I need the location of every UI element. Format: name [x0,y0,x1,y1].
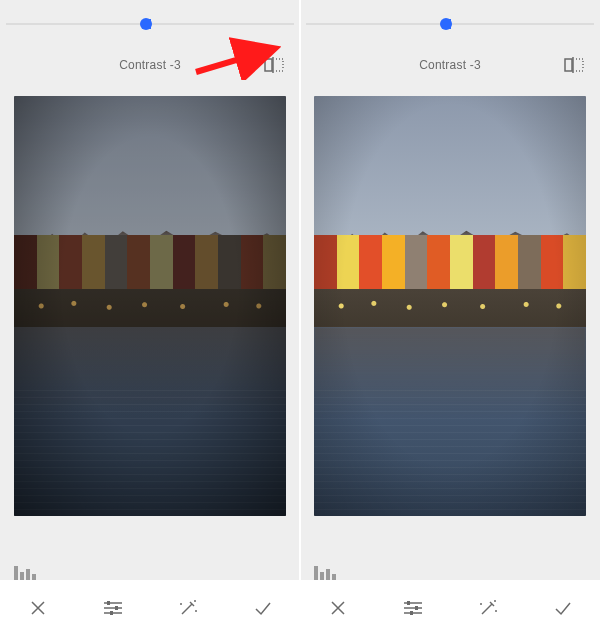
check-icon [252,598,274,618]
adjust-slider[interactable] [0,0,300,34]
close-icon [28,598,48,618]
photo-after [314,96,586,516]
cancel-button[interactable] [300,580,375,636]
tune-icon [102,598,124,618]
autofix-button[interactable] [150,580,225,636]
histogram-icon [14,566,18,580]
image-preview[interactable] [0,78,300,540]
compare-icon [264,56,284,74]
tune-button[interactable] [75,580,150,636]
svg-rect-5 [415,606,418,610]
adjust-label-row: Contrast -3 [300,34,600,78]
panel-divider [299,0,301,636]
adjust-label: Contrast -3 [38,58,262,72]
compare-icon [564,56,584,74]
bottom-toolbar [300,580,600,636]
histogram-icon [314,566,318,580]
slider-thumb[interactable] [440,18,452,30]
histogram-button[interactable] [14,556,38,580]
check-icon [552,598,574,618]
photo-before [14,96,286,516]
accept-button[interactable] [525,580,600,636]
svg-rect-1 [115,606,118,610]
image-preview[interactable] [300,78,600,540]
adjust-label-row: Contrast -3 [0,34,300,78]
svg-rect-2 [110,611,113,615]
adjust-slider[interactable] [300,0,600,34]
histogram-button[interactable] [314,556,338,580]
svg-rect-4 [407,601,410,605]
bottom-toolbar [0,580,300,636]
autofix-button[interactable] [450,580,525,636]
slider-thumb[interactable] [140,18,152,30]
tune-icon [402,598,424,618]
compare-button[interactable] [262,53,286,77]
magic-wand-icon [177,597,199,619]
svg-rect-0 [107,601,110,605]
editor-panel-before: Contrast -3 [0,0,300,636]
compare-button[interactable] [562,53,586,77]
tune-button[interactable] [375,580,450,636]
svg-rect-6 [410,611,413,615]
cancel-button[interactable] [0,580,75,636]
adjust-label: Contrast -3 [338,58,562,72]
close-icon [328,598,348,618]
magic-wand-icon [477,597,499,619]
accept-button[interactable] [225,580,300,636]
editor-panel-after: Contrast -3 [300,0,600,636]
